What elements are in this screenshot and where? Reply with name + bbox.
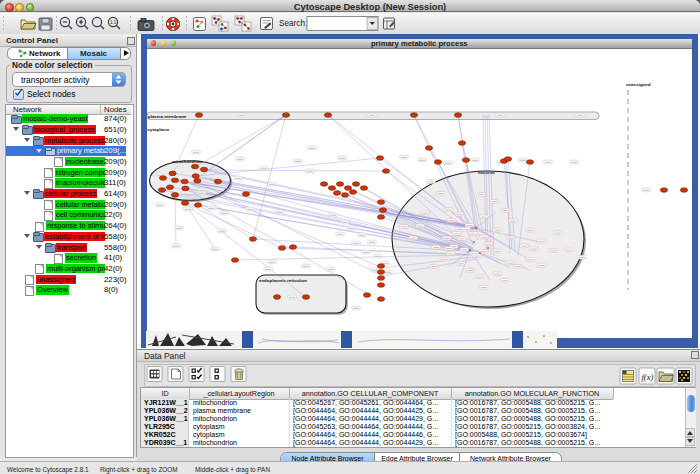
svg-text:f(x): f(x) (642, 372, 654, 382)
svg-text:cytoplasm: cytoplasm (148, 127, 170, 132)
svg-text:mitochondrion: mitochondrion (172, 159, 203, 164)
svg-text:unassigned: unassigned (626, 82, 651, 87)
svg-text:plasma membrane: plasma membrane (148, 114, 187, 119)
svg-text:endoplasmic reticulum: endoplasmic reticulum (259, 278, 307, 283)
svg-text:1:1: 1:1 (110, 20, 117, 25)
svg-text:nucleus: nucleus (478, 170, 495, 175)
svg-text:Search:: Search: (279, 19, 307, 28)
